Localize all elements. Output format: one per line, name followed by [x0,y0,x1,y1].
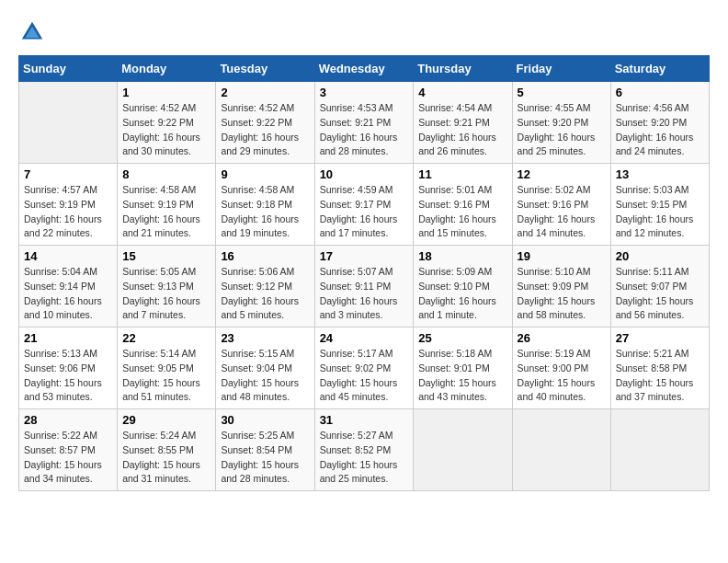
day-info: Sunrise: 4:52 AMSunset: 9:22 PMDaylight:… [122,101,210,159]
logo-icon [18,18,46,46]
day-info: Sunrise: 4:52 AMSunset: 9:22 PMDaylight:… [221,101,309,159]
day-info: Sunrise: 5:27 AMSunset: 8:52 PMDaylight:… [320,429,409,487]
day-number: 8 [122,167,210,181]
header-cell-sunday: Sunday [19,56,118,82]
calendar-cell [610,409,709,491]
calendar-cell [512,409,610,491]
page-header [18,18,710,46]
day-info: Sunrise: 5:18 AMSunset: 9:01 PMDaylight:… [418,347,506,405]
calendar-cell: 25Sunrise: 5:18 AMSunset: 9:01 PMDayligh… [414,327,512,409]
calendar-cell: 18Sunrise: 5:09 AMSunset: 9:10 PMDayligh… [414,246,512,327]
calendar-cell: 17Sunrise: 5:07 AMSunset: 9:11 PMDayligh… [314,246,414,327]
header-cell-monday: Monday [118,56,216,82]
day-info: Sunrise: 4:57 AMSunset: 9:19 PMDaylight:… [24,183,112,241]
day-info: Sunrise: 5:04 AMSunset: 9:14 PMDaylight:… [24,265,112,323]
day-number: 26 [518,331,606,345]
calendar-cell: 14Sunrise: 5:04 AMSunset: 9:14 PMDayligh… [19,246,118,327]
calendar-cell: 6Sunrise: 4:56 AMSunset: 9:20 PMDaylight… [610,82,709,164]
calendar-cell: 21Sunrise: 5:13 AMSunset: 9:06 PMDayligh… [19,327,118,409]
day-info: Sunrise: 4:53 AMSunset: 9:21 PMDaylight:… [320,101,409,159]
calendar-cell [414,409,512,491]
day-number: 31 [320,413,409,427]
calendar-cell: 4Sunrise: 4:54 AMSunset: 9:21 PMDaylight… [414,82,512,164]
day-info: Sunrise: 4:55 AMSunset: 9:20 PMDaylight:… [518,101,606,159]
calendar-cell: 20Sunrise: 5:11 AMSunset: 9:07 PMDayligh… [610,246,709,327]
calendar-cell: 3Sunrise: 4:53 AMSunset: 9:21 PMDaylight… [314,82,414,164]
day-number: 22 [122,331,210,345]
day-number: 14 [24,249,112,263]
day-info: Sunrise: 5:19 AMSunset: 9:00 PMDaylight:… [518,347,606,405]
day-number: 25 [418,331,506,345]
calendar-cell: 29Sunrise: 5:24 AMSunset: 8:55 PMDayligh… [118,409,216,491]
calendar-cell: 23Sunrise: 5:15 AMSunset: 9:04 PMDayligh… [216,327,314,409]
day-info: Sunrise: 5:22 AMSunset: 8:57 PMDaylight:… [24,429,112,487]
calendar-cell: 11Sunrise: 5:01 AMSunset: 9:16 PMDayligh… [414,164,512,246]
day-info: Sunrise: 5:14 AMSunset: 9:05 PMDaylight:… [122,347,210,405]
day-info: Sunrise: 4:58 AMSunset: 9:18 PMDaylight:… [221,183,309,241]
day-number: 16 [221,249,309,263]
day-number: 3 [320,86,409,99]
day-number: 2 [221,86,309,99]
header-cell-wednesday: Wednesday [314,56,414,82]
header-cell-thursday: Thursday [414,56,512,82]
calendar-cell: 24Sunrise: 5:17 AMSunset: 9:02 PMDayligh… [314,327,414,409]
calendar-cell: 26Sunrise: 5:19 AMSunset: 9:00 PMDayligh… [512,327,610,409]
day-number: 28 [24,413,112,427]
week-row-2: 7Sunrise: 4:57 AMSunset: 9:19 PMDaylight… [19,164,710,246]
day-number: 4 [418,86,506,99]
day-info: Sunrise: 5:10 AMSunset: 9:09 PMDaylight:… [518,265,606,323]
day-number: 6 [616,86,704,99]
day-info: Sunrise: 5:02 AMSunset: 9:16 PMDaylight:… [518,183,606,241]
header-row: SundayMondayTuesdayWednesdayThursdayFrid… [19,56,710,82]
day-number: 20 [616,249,704,263]
day-info: Sunrise: 4:58 AMSunset: 9:19 PMDaylight:… [122,183,210,241]
calendar-cell: 16Sunrise: 5:06 AMSunset: 9:12 PMDayligh… [216,246,314,327]
calendar-cell: 31Sunrise: 5:27 AMSunset: 8:52 PMDayligh… [314,409,414,491]
logo [18,18,48,46]
day-number: 30 [221,413,309,427]
day-info: Sunrise: 5:13 AMSunset: 9:06 PMDaylight:… [24,347,112,405]
calendar-cell: 8Sunrise: 4:58 AMSunset: 9:19 PMDaylight… [118,164,216,246]
day-number: 27 [616,331,704,345]
calendar-cell: 7Sunrise: 4:57 AMSunset: 9:19 PMDaylight… [19,164,118,246]
calendar-cell: 13Sunrise: 5:03 AMSunset: 9:15 PMDayligh… [610,164,709,246]
day-number: 5 [518,86,606,99]
day-info: Sunrise: 4:54 AMSunset: 9:21 PMDaylight:… [418,101,506,159]
week-row-4: 21Sunrise: 5:13 AMSunset: 9:06 PMDayligh… [19,327,710,409]
day-info: Sunrise: 5:01 AMSunset: 9:16 PMDaylight:… [418,183,506,241]
day-info: Sunrise: 4:59 AMSunset: 9:17 PMDaylight:… [320,183,409,241]
day-number: 7 [24,167,112,181]
day-number: 29 [122,413,210,427]
day-number: 9 [221,167,309,181]
week-row-5: 28Sunrise: 5:22 AMSunset: 8:57 PMDayligh… [19,409,710,491]
day-number: 12 [518,167,606,181]
day-info: Sunrise: 5:07 AMSunset: 9:11 PMDaylight:… [320,265,409,323]
day-number: 18 [418,249,506,263]
week-row-3: 14Sunrise: 5:04 AMSunset: 9:14 PMDayligh… [19,246,710,327]
week-row-1: 1Sunrise: 4:52 AMSunset: 9:22 PMDaylight… [19,82,710,164]
calendar-cell: 27Sunrise: 5:21 AMSunset: 8:58 PMDayligh… [610,327,709,409]
day-number: 1 [122,86,210,99]
day-number: 10 [320,167,409,181]
day-number: 17 [320,249,409,263]
calendar-cell: 15Sunrise: 5:05 AMSunset: 9:13 PMDayligh… [118,246,216,327]
calendar-cell: 28Sunrise: 5:22 AMSunset: 8:57 PMDayligh… [19,409,118,491]
header-cell-tuesday: Tuesday [216,56,314,82]
calendar-cell: 30Sunrise: 5:25 AMSunset: 8:54 PMDayligh… [216,409,314,491]
calendar-cell [19,82,118,164]
day-number: 21 [24,331,112,345]
day-info: Sunrise: 5:06 AMSunset: 9:12 PMDaylight:… [221,265,309,323]
day-info: Sunrise: 5:11 AMSunset: 9:07 PMDaylight:… [616,265,704,323]
day-number: 23 [221,331,309,345]
day-number: 19 [518,249,606,263]
calendar-cell: 2Sunrise: 4:52 AMSunset: 9:22 PMDaylight… [216,82,314,164]
day-info: Sunrise: 5:24 AMSunset: 8:55 PMDaylight:… [122,429,210,487]
day-info: Sunrise: 5:25 AMSunset: 8:54 PMDaylight:… [221,429,309,487]
calendar-cell: 22Sunrise: 5:14 AMSunset: 9:05 PMDayligh… [118,327,216,409]
calendar-cell: 5Sunrise: 4:55 AMSunset: 9:20 PMDaylight… [512,82,610,164]
day-info: Sunrise: 5:17 AMSunset: 9:02 PMDaylight:… [320,347,409,405]
day-number: 15 [122,249,210,263]
calendar-table: SundayMondayTuesdayWednesdayThursdayFrid… [18,55,710,491]
day-info: Sunrise: 4:56 AMSunset: 9:20 PMDaylight:… [616,101,704,159]
day-number: 24 [320,331,409,345]
